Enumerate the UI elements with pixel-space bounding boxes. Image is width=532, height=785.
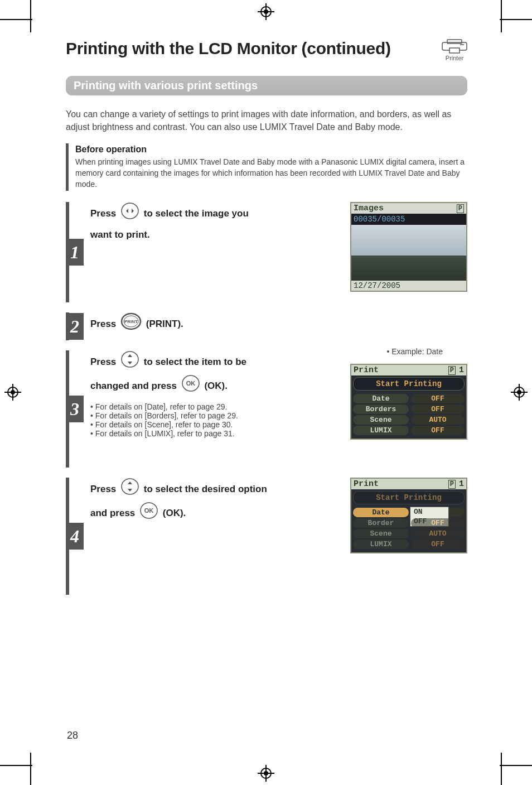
svg-point-20 [122, 203, 138, 219]
printer-label: Printer [446, 55, 463, 61]
svg-point-26 [122, 351, 138, 367]
svg-text:OK: OK [186, 380, 195, 387]
before-operation-heading: Before operation [75, 145, 467, 155]
register-mark-icon [511, 384, 528, 401]
lcd-row-label: Border [353, 518, 409, 528]
step-instruction: Press PRINT (PRINT). [90, 312, 322, 336]
text: to select the item to be [144, 357, 246, 367]
step-number: 4 [66, 523, 84, 550]
before-operation: Before operation When printing images us… [66, 143, 467, 191]
lcd-screenshot-print-menu-popup: PrintP1 Start Printing Date OFF ON OFF [350, 478, 467, 553]
p-badge: P [457, 204, 464, 213]
step-details: For details on [Date], refer to page 29.… [90, 402, 322, 438]
step-2: 2 Press PRINT (PRINT). [66, 312, 467, 340]
crop-mark [500, 765, 532, 766]
step-number: 2 [66, 313, 84, 340]
lcd-row-value: OFF [411, 518, 465, 528]
text: changed and press [90, 381, 180, 392]
lcd-row-label: LUMIX [353, 540, 409, 549]
lcd-row-label: LUMIX [353, 426, 409, 435]
lcd-row: DateOFF [353, 394, 465, 403]
steps: 1 Press to select the image you want to … [66, 202, 467, 595]
lcd-row-label: Scene [353, 529, 409, 538]
svg-point-31 [122, 479, 138, 494]
text: (OK). [204, 381, 228, 392]
lcd-row-value: OFF [411, 404, 465, 414]
crop-mark [501, 753, 502, 785]
register-mark-icon [4, 384, 21, 401]
step-number: 3 [66, 396, 84, 422]
lcd-row-value: OFF [411, 394, 465, 403]
lcd-row: LUMIXOFF [353, 540, 465, 549]
lcd-row-value: OFF [411, 540, 465, 549]
lcd-screenshot-print-menu: PrintP1 Start Printing DateOFF BordersOF… [350, 364, 467, 440]
lcd-row: LUMIXOFF [353, 426, 465, 435]
example-label: • Example: Date [386, 347, 443, 356]
text: to select the desired option [144, 484, 267, 494]
crop-mark [30, 753, 31, 785]
detail-item: For details on [Date], refer to page 29. [90, 402, 322, 411]
crop-mark [30, 0, 31, 32]
lcd-title: Print [354, 365, 379, 375]
lcd-header: Images [354, 204, 384, 213]
detail-item: For details on [Borders], refer to page … [90, 411, 322, 420]
left-right-button-icon [120, 202, 139, 226]
detail-item: For details on [Scene], refer to page 30… [90, 420, 322, 429]
step-4: 4 Press to select the desired option and… [66, 478, 467, 595]
lcd-row: SceneAUTO [353, 529, 465, 538]
lcd-row-label: Borders [353, 404, 409, 414]
lcd-row: Date OFF ON OFF [353, 508, 465, 517]
text: want to print. [90, 229, 150, 240]
print-button-icon: PRINT [120, 312, 142, 336]
intro-text: You can change a variety of settings to … [66, 108, 467, 133]
p-badge: P [448, 366, 456, 375]
lcd-date: 12/27/2005 [351, 281, 466, 291]
svg-rect-17 [447, 40, 462, 44]
detail-item: For details on [LUMIX], refer to page 31… [90, 429, 322, 438]
content-area: Printing with the LCD Monitor (continued… [66, 39, 467, 605]
text: Press [90, 484, 119, 494]
ok-button-icon: OK [139, 502, 158, 526]
step-instruction: Press to select the image you want to pr… [90, 202, 322, 244]
lcd-start-printing: Start Printing [353, 377, 465, 391]
lcd-row-value: AUTO [411, 415, 465, 425]
text: and press [90, 508, 138, 519]
step-instruction: Press to select the item to be changed a… [90, 350, 322, 399]
lcd-row-label: Date [353, 394, 409, 403]
lcd-title: Print [354, 479, 379, 489]
before-operation-body: When printing images using LUMIX Travel … [75, 157, 467, 190]
step-instruction: Press to select the desired option and p… [90, 478, 322, 526]
crop-mark [500, 19, 532, 20]
lcd-row: SceneAUTO [353, 415, 465, 425]
p-badge: P [448, 480, 456, 489]
lcd-row: BordersOFF [353, 404, 465, 414]
lcd-copies: 1 [459, 479, 464, 489]
crop-mark [501, 0, 502, 32]
step-number: 1 [66, 239, 84, 266]
page-number: 28 [67, 730, 78, 741]
text: (PRINT). [146, 319, 183, 329]
svg-rect-19 [449, 48, 460, 53]
svg-text:OK: OK [144, 507, 154, 514]
lcd-row: BorderOFF [353, 518, 465, 528]
up-down-button-icon [120, 350, 139, 374]
lcd-count: 00035/00035 [351, 214, 466, 225]
section-heading: Printing with various print settings [66, 76, 467, 95]
text: Press [90, 319, 119, 329]
up-down-button-icon [120, 478, 139, 502]
crop-mark [0, 765, 32, 766]
manual-page: Printing with the LCD Monitor (continued… [0, 0, 532, 785]
printer-icon: Printer [442, 39, 467, 61]
lcd-start-printing: Start Printing [353, 491, 465, 504]
text: (OK). [163, 508, 186, 519]
lcd-screenshot-images: ImagesP 00035/00035 12/27/2005 [350, 202, 467, 292]
crop-mark [0, 19, 32, 20]
register-mark-icon [258, 765, 274, 782]
svg-text:PRINT: PRINT [124, 319, 138, 324]
lcd-popup-option: ON [410, 507, 448, 517]
lcd-copies: 1 [459, 365, 464, 375]
lcd-row-label: Scene [353, 415, 409, 425]
title-row: Printing with the LCD Monitor (continued… [66, 39, 467, 61]
lcd-row-label: Date [353, 508, 409, 517]
text: to select the image you [144, 208, 249, 219]
